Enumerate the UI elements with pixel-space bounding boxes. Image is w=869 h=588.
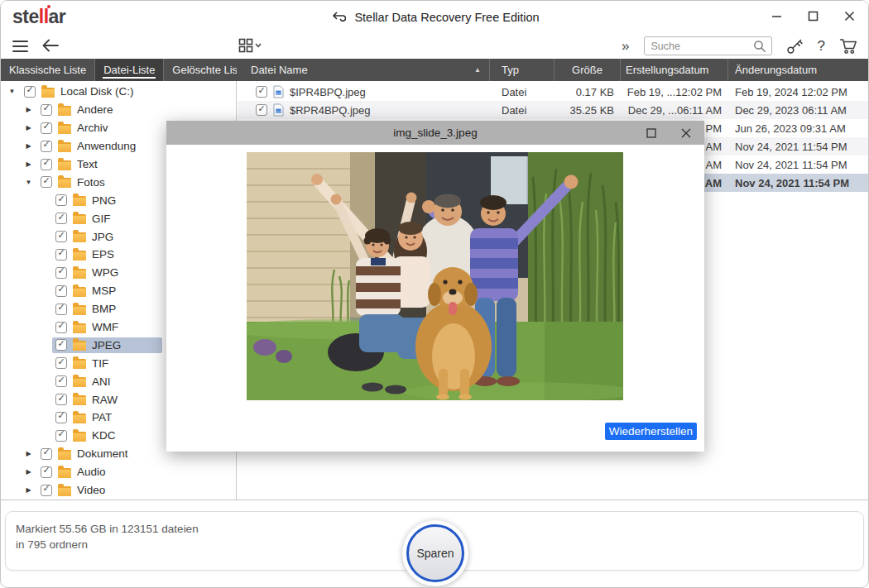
tree-item-label: EPS [92,248,114,261]
dialog-maximize-button[interactable] [646,128,656,138]
checkbox-checked-icon[interactable] [55,430,67,442]
expander-icon[interactable] [24,106,33,113]
tree-item-content[interactable]: WMF [52,319,122,335]
column-header-type[interactable]: Typ [489,59,554,81]
cell-modified-date: Jun 26, 2023 09:31 AM [728,122,868,135]
tree-item-content[interactable]: WPG [52,265,122,280]
checkbox-checked-icon[interactable] [55,213,67,224]
window-title-group: Stellar Data Recovery Free Edition [1,1,868,34]
tree-item[interactable]: Andere [1,101,236,119]
tree-item-label: GIF [92,213,111,225]
checkbox-checked-icon[interactable] [55,231,67,242]
help-icon[interactable]: ? [818,38,825,55]
column-header-size[interactable]: Größe [554,59,620,81]
search-icon[interactable] [753,40,766,53]
column-header-created[interactable]: Erstellungsdatum [620,59,727,81]
view-grid-icon[interactable] [238,38,262,53]
tree-item-content[interactable]: Local Disk (C:) [21,84,137,99]
checkbox-checked-icon[interactable] [41,159,52,170]
tree-item[interactable]: Video [1,481,236,500]
checkbox-checked-icon[interactable] [41,104,52,116]
activation-key-icon[interactable] [786,37,804,55]
checkbox-checked-icon[interactable] [41,141,52,152]
search-input[interactable] [650,40,753,53]
tree-item-content[interactable]: Dokument [37,446,132,461]
checkbox-checked-icon[interactable] [55,249,67,261]
checkbox-checked-icon[interactable] [55,267,67,279]
checkbox-checked-icon[interactable] [41,176,52,188]
tree-item-content[interactable]: MSP [52,283,119,299]
titlebar: stellar Stellar Data Recovery Free Editi… [1,1,868,34]
minimize-button[interactable] [771,11,782,22]
checkbox-checked-icon[interactable] [55,394,67,405]
dialog-close-button[interactable] [681,128,691,138]
close-button[interactable] [844,11,855,22]
column-header-name[interactable]: Datei Name▲ [237,59,489,81]
tree-item-content[interactable]: Andere [37,102,117,117]
checkbox-checked-icon[interactable] [55,412,67,423]
chevron-down-icon [255,43,262,48]
expander-icon[interactable] [24,468,33,476]
expander-icon[interactable] [24,486,33,494]
expander-icon[interactable] [24,179,33,186]
tree-item-content[interactable]: Anwendung [37,138,139,154]
tree-item-content[interactable]: PAT [52,409,115,425]
checkbox-checked-icon[interactable] [41,466,52,478]
expander-icon[interactable] [24,160,33,168]
restore-button[interactable]: Wiederherstellen [605,423,697,440]
search-box [644,36,772,55]
expander-icon[interactable] [7,88,17,95]
checkbox-checked-icon[interactable] [41,448,52,460]
tree-item-content[interactable]: Fotos [37,174,108,190]
checkbox-checked-icon[interactable] [55,194,67,206]
table-row[interactable]: $RPR4BPQ.jpeg Datei 35.25 KB Dec 29, ...… [238,101,868,119]
column-header-modified[interactable]: Änderungsdatum [727,59,868,81]
cart-icon[interactable] [839,38,858,55]
folder-icon [58,486,71,496]
checkbox-checked-icon[interactable] [256,104,267,116]
folder-icon [73,359,86,369]
back-arrow-icon[interactable] [41,37,60,54]
tree-item-content[interactable]: Text [37,156,101,172]
cell-modified-date: Dec 29, 2023 06:11 AM [728,104,868,117]
tree-item-content[interactable]: TIF [52,356,112,371]
checkbox-checked-icon[interactable] [55,339,67,351]
checkbox-checked-icon[interactable] [55,357,67,369]
save-button[interactable]: Sparen [406,524,464,582]
tree-item[interactable]: Audio [1,463,236,481]
maximize-button[interactable] [808,11,819,22]
checkbox-checked-icon[interactable] [55,285,67,297]
tree-item-content[interactable]: Archiv [37,120,112,136]
tree-item-content[interactable]: JPG [52,229,117,245]
tree-item-content[interactable]: BMP [52,301,119,317]
checkbox-checked-icon[interactable] [55,322,67,333]
folder-icon [58,160,71,170]
tree-item[interactable]: Local Disk (C:) [1,83,236,101]
expander-icon[interactable] [24,450,33,457]
checkbox-checked-icon[interactable] [55,304,67,315]
menu-icon[interactable] [12,41,28,55]
checkbox-checked-icon[interactable] [41,122,52,134]
tree-item-content[interactable]: Video [37,482,108,498]
cell-created-date: Dec 29, ...06:11 AM [621,104,728,117]
tree-item-content[interactable]: RAW [52,392,121,408]
checkbox-checked-icon[interactable] [24,86,36,98]
preview-dialog-titlebar[interactable]: img_slide_3.jpeg [166,121,704,145]
expander-icon[interactable] [24,124,33,131]
tree-item-content[interactable]: KDC [52,428,119,443]
tree-item-content[interactable]: GIF [52,211,114,227]
table-row[interactable]: $IPR4BPQ.jpeg Datei 0.17 KB Feb 19, ...1… [238,83,868,101]
tree-item-content[interactable]: EPS [52,246,118,262]
view-tab[interactable]: Datei-Liste [95,59,164,81]
tree-item-content[interactable]: PNG [52,193,119,208]
more-tools-icon[interactable]: » [622,39,629,53]
checkbox-checked-icon[interactable] [55,375,67,387]
expander-icon[interactable] [24,142,33,150]
tree-item-content[interactable]: ANI [52,374,114,390]
view-tab[interactable]: Klassische Liste [1,59,95,81]
checkbox-checked-icon[interactable] [41,485,52,496]
checkbox-checked-icon[interactable] [256,86,267,98]
tree-item-content[interactable]: JPEG [52,337,162,353]
preview-dialog: img_slide_3.jpeg [166,121,704,452]
tree-item-content[interactable]: Audio [37,464,109,480]
